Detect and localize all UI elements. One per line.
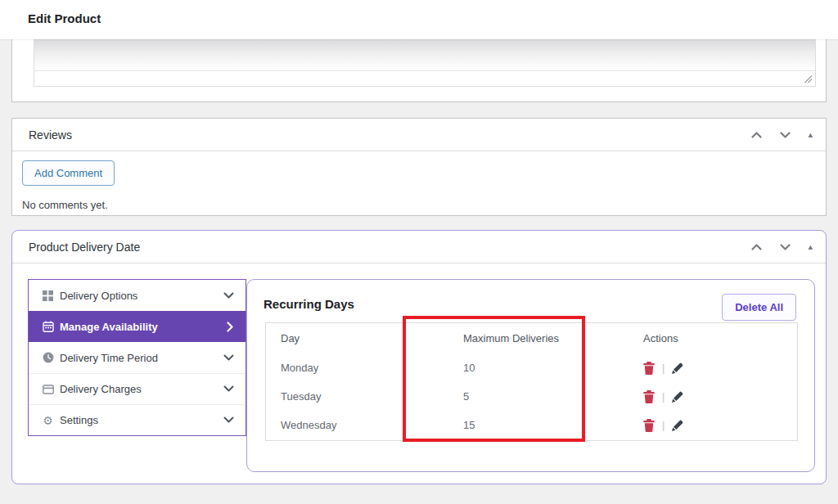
sidebar-item-label: Delivery Options: [60, 290, 137, 302]
sidebar-item-settings[interactable]: ⚙ Settings: [29, 404, 246, 435]
pencil-icon: [672, 420, 683, 431]
delivery-sidebar: Delivery Options Manage Availability Del: [28, 279, 246, 436]
edit-row-button[interactable]: [672, 362, 683, 374]
delivery-panel-title: Product Delivery Date: [29, 241, 140, 254]
chevron-down-icon: [223, 385, 234, 393]
action-separator: |: [662, 390, 665, 403]
sidebar-item-delivery-charges[interactable]: Delivery Charges: [29, 373, 246, 404]
actions-cell: |: [628, 419, 797, 432]
editor-statusbar: [34, 70, 815, 85]
edit-row-button[interactable]: [672, 420, 683, 431]
column-header-maximum-deliveries: Maximum Deliveries: [448, 332, 628, 344]
calendar-icon: [42, 321, 54, 332]
pencil-icon: [672, 362, 683, 374]
sidebar-item-manage-availability[interactable]: Manage Availability: [29, 311, 246, 342]
reviews-title: Reviews: [29, 128, 72, 142]
reviews-header: Reviews ▴: [12, 119, 826, 151]
trash-icon: [643, 362, 655, 375]
chevron-right-icon: [227, 322, 234, 332]
action-separator: |: [662, 362, 665, 374]
recurring-days-panel: Recurring Days Delete All Day Maximum De…: [246, 279, 815, 472]
reviews-panel: Reviews ▴ Add Comment No comments yet.: [11, 118, 827, 216]
day-cell: Monday: [266, 362, 448, 374]
no-comments-text: No comments yet.: [22, 199, 816, 211]
grid-icon: [42, 290, 54, 301]
sidebar-item-delivery-time-period[interactable]: Delivery Time Period: [29, 342, 246, 373]
move-down-icon[interactable]: [779, 131, 791, 139]
add-comment-button[interactable]: Add Comment: [22, 160, 115, 186]
edit-row-button[interactable]: [672, 391, 683, 403]
trash-icon: [643, 390, 655, 403]
chevron-down-icon: [223, 292, 234, 299]
actions-cell: |: [628, 362, 797, 375]
delete-row-button[interactable]: [643, 390, 655, 403]
chevron-down-icon: [223, 354, 234, 362]
move-down-icon[interactable]: [779, 243, 791, 251]
chevron-down-icon: [223, 416, 234, 424]
top-bar: Edit Product: [0, 0, 838, 39]
delete-row-button[interactable]: [643, 362, 655, 375]
gear-icon: ⚙: [42, 415, 54, 426]
day-cell: Wednesday: [266, 419, 448, 431]
edit-product-page: Edit Product Reviews ▴ Add Commen: [0, 0, 838, 504]
sidebar-item-delivery-options[interactable]: Delivery Options: [29, 280, 246, 311]
delivery-panel-header: Product Delivery Date ▴: [12, 231, 826, 263]
maximum-deliveries-cell: 15: [448, 419, 628, 431]
actions-cell: |: [628, 390, 797, 403]
pencil-icon: [672, 391, 683, 403]
delete-row-button[interactable]: [643, 419, 655, 432]
column-header-actions: Actions: [628, 332, 797, 344]
editor-content-area[interactable]: [34, 39, 815, 70]
sidebar-item-label: Settings: [60, 414, 98, 426]
day-cell: Tuesday: [266, 390, 448, 403]
column-header-day: Day: [266, 332, 448, 344]
delete-all-button[interactable]: Delete All: [722, 294, 796, 321]
maximum-deliveries-cell: 5: [448, 390, 628, 403]
recurring-days-table: Day Maximum Deliveries Actions Monday 10…: [265, 322, 798, 441]
recurring-days-heading: Recurring Days: [264, 297, 354, 311]
product-delivery-date-panel: Product Delivery Date ▴ Delivery Options: [11, 230, 827, 484]
toggle-panel-icon[interactable]: ▴: [808, 130, 813, 139]
resize-grip-icon[interactable]: [803, 74, 812, 83]
sidebar-item-label: Manage Availability: [60, 321, 158, 333]
sidebar-item-label: Delivery Time Period: [60, 352, 158, 364]
editor-panel: [11, 39, 827, 102]
credit-card-icon: [42, 385, 54, 394]
toggle-panel-icon[interactable]: ▴: [808, 242, 813, 251]
move-up-icon[interactable]: [750, 243, 763, 251]
move-up-icon[interactable]: [750, 131, 763, 139]
editor-textarea[interactable]: [34, 39, 816, 87]
clock-icon: [42, 352, 54, 363]
action-separator: |: [662, 419, 665, 431]
trash-icon: [643, 419, 655, 432]
sidebar-item-label: Delivery Charges: [60, 383, 142, 395]
page-title: Edit Product: [28, 11, 101, 25]
maximum-deliveries-cell: 10: [448, 362, 628, 374]
